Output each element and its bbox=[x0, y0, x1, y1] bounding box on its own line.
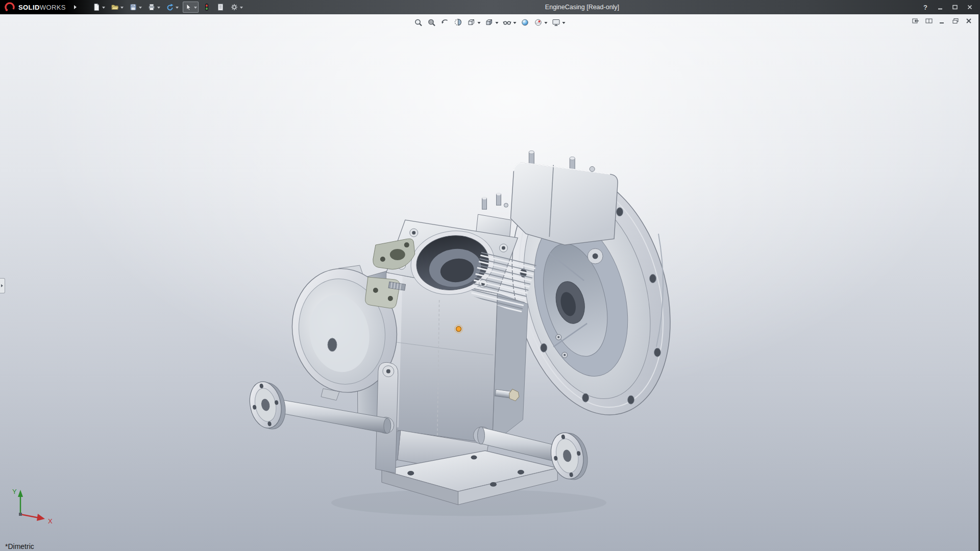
minimize-icon bbox=[938, 17, 946, 24]
display-style-icon bbox=[484, 18, 494, 27]
print-button[interactable] bbox=[146, 2, 162, 13]
dropdown-caret-icon[interactable] bbox=[102, 7, 105, 10]
dropdown-caret-icon[interactable] bbox=[562, 22, 565, 26]
dropdown-caret-icon[interactable] bbox=[513, 22, 516, 26]
new-document-icon bbox=[92, 3, 101, 11]
section-view-icon bbox=[453, 18, 462, 27]
zoom-to-area-icon bbox=[427, 18, 436, 27]
apply-scene-button[interactable] bbox=[532, 16, 549, 29]
restore-icon bbox=[951, 17, 960, 24]
hide-show-items-button[interactable] bbox=[501, 16, 518, 29]
previous-window-button[interactable] bbox=[911, 17, 920, 24]
triad-x-arrowhead bbox=[37, 514, 45, 521]
minimize-icon bbox=[937, 4, 943, 10]
engine-casing-model[interactable] bbox=[246, 151, 694, 516]
minimize-button[interactable] bbox=[936, 3, 944, 11]
triad-origin bbox=[19, 513, 22, 516]
close-icon bbox=[967, 4, 973, 10]
rebuild-icon bbox=[203, 3, 211, 11]
heads-up-view-toolbar bbox=[412, 16, 567, 29]
close-document-button[interactable] bbox=[964, 17, 973, 24]
close-icon bbox=[965, 17, 973, 24]
restore-document-button[interactable] bbox=[951, 17, 960, 24]
previous-view-button[interactable] bbox=[438, 16, 451, 29]
dropdown-caret-icon[interactable] bbox=[157, 7, 160, 10]
zoom-to-fit-icon bbox=[413, 18, 423, 27]
model-canvas[interactable] bbox=[0, 14, 978, 551]
apply-scene-icon bbox=[533, 18, 543, 27]
triad-y-arrowhead bbox=[18, 490, 23, 497]
view-settings-icon bbox=[551, 18, 560, 27]
brand-text: SOLIDWORKS bbox=[18, 4, 66, 11]
zoom-to-area-button[interactable] bbox=[425, 16, 437, 29]
minimize-document-button[interactable] bbox=[938, 17, 947, 24]
previous-view-icon bbox=[440, 18, 449, 27]
print-icon bbox=[148, 3, 156, 11]
view-orientation-label: *Dimetric bbox=[5, 542, 34, 550]
toolbar-dock-arrow-icon bbox=[74, 5, 79, 9]
brand-solid: SOLID bbox=[18, 4, 40, 11]
solidworks-logo: SOLIDWORKS bbox=[0, 2, 79, 13]
options-icon bbox=[230, 3, 238, 11]
section-view-button[interactable] bbox=[452, 16, 464, 29]
zoom-to-fit-button[interactable] bbox=[412, 16, 424, 29]
solidworks-logo-icon bbox=[4, 2, 15, 13]
triad-x-label: X bbox=[48, 517, 53, 525]
graphics-area[interactable]: Y X *Dimetric bbox=[0, 14, 978, 551]
undo-button[interactable] bbox=[164, 2, 180, 13]
undo-icon bbox=[166, 3, 174, 11]
triad-x-axis bbox=[20, 514, 39, 518]
select-button[interactable] bbox=[183, 2, 199, 13]
quick-access-toolbar bbox=[91, 2, 244, 13]
origin-marker[interactable] bbox=[455, 325, 463, 333]
triad-y-label: Y bbox=[12, 488, 17, 495]
window-controls: ? bbox=[921, 3, 980, 11]
display-style-button[interactable] bbox=[483, 16, 500, 29]
open-folder-icon bbox=[111, 3, 119, 11]
top-cover[interactable] bbox=[510, 151, 618, 245]
previous-window-icon bbox=[912, 17, 920, 24]
orientation-triad: Y X bbox=[3, 483, 69, 539]
view-orientation-icon bbox=[467, 18, 476, 27]
dropdown-caret-icon[interactable] bbox=[120, 7, 124, 10]
hide-show-items-icon bbox=[502, 18, 511, 27]
display-pane-toggle-button[interactable] bbox=[924, 17, 934, 24]
solidworks-window: SOLIDWORKS bbox=[0, 0, 980, 551]
dropdown-caret-icon[interactable] bbox=[544, 22, 547, 26]
dropdown-caret-icon[interactable] bbox=[495, 22, 498, 26]
maximize-icon bbox=[952, 4, 958, 10]
select-cursor-icon bbox=[184, 3, 192, 11]
save-icon bbox=[129, 3, 137, 11]
dropdown-caret-icon[interactable] bbox=[176, 7, 179, 10]
display-pane-icon bbox=[925, 17, 933, 24]
brand-works: WORKS bbox=[40, 4, 66, 11]
edit-appearance-button[interactable] bbox=[519, 16, 531, 29]
dropdown-caret-icon[interactable] bbox=[194, 7, 197, 10]
featuremanager-splitter-tab[interactable] bbox=[0, 278, 5, 293]
help-button[interactable]: ? bbox=[921, 3, 929, 11]
open-button[interactable] bbox=[109, 2, 125, 13]
options-button[interactable] bbox=[229, 2, 244, 13]
window-title: EngineCasing [Read-only] bbox=[545, 4, 619, 11]
view-orientation-button[interactable] bbox=[465, 16, 482, 29]
file-properties-button[interactable] bbox=[215, 2, 226, 13]
titlebar: SOLIDWORKS bbox=[0, 0, 980, 14]
save-button[interactable] bbox=[128, 2, 143, 13]
file-properties-icon bbox=[216, 3, 225, 11]
close-button[interactable] bbox=[966, 3, 974, 11]
edit-appearance-icon bbox=[520, 18, 529, 27]
view-settings-button[interactable] bbox=[550, 16, 567, 29]
dropdown-caret-icon[interactable] bbox=[477, 22, 480, 26]
rebuild-button[interactable] bbox=[201, 2, 212, 13]
dropdown-caret-icon[interactable] bbox=[240, 7, 243, 10]
new-document-button[interactable] bbox=[91, 2, 107, 13]
dropdown-caret-icon[interactable] bbox=[139, 7, 142, 10]
document-window-controls bbox=[911, 17, 973, 24]
maximize-button[interactable] bbox=[951, 3, 959, 11]
